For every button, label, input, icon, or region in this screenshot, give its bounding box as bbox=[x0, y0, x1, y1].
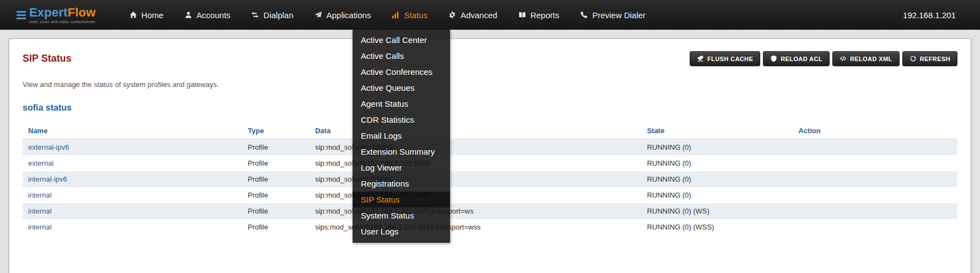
menu-item-system-status[interactable]: System Status bbox=[353, 208, 450, 223]
nav-label: Home bbox=[142, 10, 164, 20]
exchange-arrows-icon bbox=[251, 11, 259, 19]
action-cell bbox=[793, 203, 957, 219]
action-cell bbox=[793, 171, 957, 187]
nav-label: Status bbox=[404, 10, 427, 20]
profile-link[interactable]: internal bbox=[28, 191, 52, 199]
home-icon bbox=[129, 11, 137, 19]
type-cell: Profile bbox=[242, 155, 310, 171]
nav-label: Accounts bbox=[197, 10, 231, 20]
profile-link[interactable]: internal bbox=[28, 223, 52, 231]
profile-link[interactable]: internal bbox=[28, 207, 52, 215]
state-cell: RUNNING (0) bbox=[641, 139, 793, 156]
paper-plane-icon bbox=[315, 11, 322, 19]
nav-label: Preview Dialer bbox=[592, 10, 646, 20]
table-row: internal Profile sip:mod_sofia@192.168.1… bbox=[23, 187, 957, 203]
type-cell: Profile bbox=[242, 187, 310, 203]
nav-item-dialplan[interactable]: Dialplan bbox=[241, 0, 304, 30]
menu-item-active-conferences[interactable]: Active Conferences bbox=[353, 64, 450, 80]
profile-link[interactable]: external-ipv6 bbox=[28, 143, 69, 151]
state-cell: RUNNING (0) bbox=[641, 171, 793, 187]
table-row: internal-ipv6 Profile sip:mod_sofia@[::]… bbox=[23, 171, 957, 187]
nav-label: Advanced bbox=[461, 10, 497, 20]
section-title-sofia-status: sofia status bbox=[23, 103, 957, 113]
phone-icon bbox=[580, 11, 588, 19]
reload-acl-button[interactable]: RELOAD ACL bbox=[763, 51, 830, 66]
table-row: external-ipv6 Profile sip:mod_sofia@[::]… bbox=[23, 139, 957, 156]
top-navbar: ExpertFlow chat, voice and video contact… bbox=[0, 0, 980, 30]
action-cell bbox=[793, 219, 957, 235]
menu-item-active-queues[interactable]: Active Queues bbox=[353, 80, 450, 96]
expertflow-logo[interactable]: ExpertFlow chat, voice and video contact… bbox=[17, 7, 96, 24]
menu-item-active-calls[interactable]: Active Calls bbox=[353, 48, 450, 64]
nav-item-applications[interactable]: Applications bbox=[304, 0, 382, 30]
flush-cache-button[interactable]: FLUSH CACHE bbox=[690, 51, 760, 66]
nav-label: Applications bbox=[327, 10, 371, 20]
nav-label: Dialplan bbox=[263, 10, 293, 20]
sofia-status-table: Name Type Data State Action external-ipv… bbox=[23, 123, 957, 235]
state-cell: RUNNING (0) (WS) bbox=[641, 203, 793, 219]
type-cell: Profile bbox=[242, 139, 310, 156]
nav-item-status[interactable]: Status bbox=[381, 0, 438, 30]
profile-link[interactable]: internal-ipv6 bbox=[28, 175, 67, 183]
table-row: external Profile sip:mod_sofia@192.168.1… bbox=[23, 155, 957, 171]
profile-link[interactable]: external bbox=[28, 159, 53, 167]
code-icon bbox=[840, 55, 847, 62]
toolbar: FLUSH CACHE RELOAD ACL RELOAD XML REFRES… bbox=[690, 51, 957, 66]
menu-item-cdr-statistics[interactable]: CDR Statistics bbox=[353, 112, 450, 128]
shield-icon bbox=[770, 55, 777, 62]
menu-item-extension-summary[interactable]: Extension Summary bbox=[353, 144, 450, 160]
refresh-button[interactable]: REFRESH bbox=[902, 51, 957, 66]
table-header-row: Name Type Data State Action bbox=[23, 123, 957, 139]
nav-label: Reports bbox=[530, 10, 560, 20]
action-cell bbox=[793, 139, 957, 156]
nav-item-advanced[interactable]: Advanced bbox=[438, 0, 508, 30]
eraser-icon bbox=[697, 55, 704, 62]
menu-item-active-call-center[interactable]: Active Call Center bbox=[353, 32, 450, 48]
page-description: View and manage the status of system pro… bbox=[23, 80, 957, 89]
page-title: SIP Status bbox=[23, 53, 72, 64]
column-header-name[interactable]: Name bbox=[23, 123, 242, 139]
nav-item-reports[interactable]: Reports bbox=[508, 0, 570, 30]
menu-item-log-viewer[interactable]: Log Viewer bbox=[353, 160, 450, 176]
menu-item-user-logs[interactable]: User Logs bbox=[353, 223, 450, 239]
reload-xml-button[interactable]: RELOAD XML bbox=[832, 51, 900, 66]
column-header-type[interactable]: Type bbox=[242, 123, 310, 139]
action-cell bbox=[793, 155, 957, 171]
server-ip: 192.168.1.201 bbox=[903, 10, 980, 20]
table-row: internal Profile sip:mod_sofia@192.168.1… bbox=[23, 203, 957, 219]
user-icon bbox=[185, 11, 192, 19]
table-row: internal Profile sips:mod_sofia@192.168.… bbox=[23, 219, 957, 235]
menu-item-sip-status[interactable]: SIP Status bbox=[353, 192, 450, 208]
refresh-icon bbox=[909, 55, 917, 62]
action-cell bbox=[793, 187, 957, 203]
status-dropdown-menu: Active Call Center Active Calls Active C… bbox=[353, 30, 450, 243]
gear-icon bbox=[448, 11, 456, 19]
type-cell: Profile bbox=[242, 219, 310, 235]
menu-item-registrations[interactable]: Registrations bbox=[353, 176, 450, 192]
column-header-action[interactable]: Action bbox=[793, 123, 957, 139]
sip-status-card: SIP Status FLUSH CACHE RELOAD ACL RELOAD… bbox=[9, 39, 971, 273]
nav-item-home[interactable]: Home bbox=[119, 0, 174, 30]
logo-bars-icon bbox=[17, 11, 26, 19]
nav-item-preview-dialer[interactable]: Preview Dialer bbox=[570, 0, 656, 30]
book-icon bbox=[518, 11, 526, 19]
menu-item-email-logs[interactable]: Email Logs bbox=[353, 128, 450, 144]
type-cell: Profile bbox=[242, 203, 310, 219]
state-cell: RUNNING (0) (WSS) bbox=[641, 219, 793, 235]
state-cell: RUNNING (0) bbox=[641, 187, 793, 203]
menu-item-agent-status[interactable]: Agent Status bbox=[353, 96, 450, 112]
nav-item-accounts[interactable]: Accounts bbox=[174, 0, 241, 30]
column-header-state[interactable]: State bbox=[641, 123, 793, 139]
type-cell: Profile bbox=[242, 171, 310, 187]
bar-chart-icon bbox=[392, 11, 399, 19]
state-cell: RUNNING (0) bbox=[641, 155, 793, 171]
brand-name: ExpertFlow bbox=[29, 6, 96, 19]
brand-tagline: chat, voice and video contactcenter bbox=[29, 20, 96, 24]
